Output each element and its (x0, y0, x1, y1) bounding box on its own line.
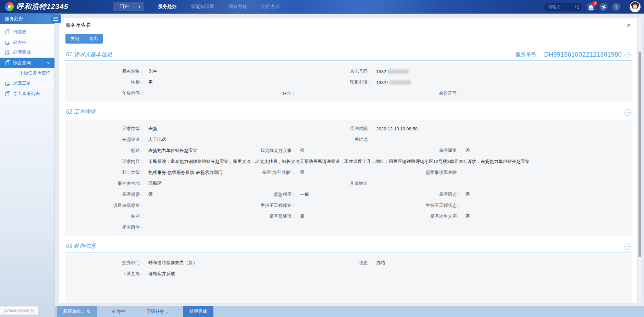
field-label: 交办部门： (65, 260, 148, 266)
sidebar-item-label: 下级任务单查询 (19, 70, 50, 76)
field-label: 我为群众办实事： (254, 148, 300, 154)
topbar: 呼和浩特12345 门户 ▾ 服务处办智能知识库绩效考核协同办公 9 ? (0, 0, 644, 14)
field-cell: 诉求类型：表扬 (65, 126, 320, 132)
sidebar-item[interactable]: 处办中 (0, 37, 54, 47)
caret-down-icon[interactable]: ▾ (135, 2, 144, 11)
section-body: 交办部门：呼和浩特富泰热力（新）状态：办结下派意见：请核实并反馈 (65, 254, 632, 303)
section-body: 诉求类型：表扬受理时间：2022-12-13 10:08:58来源渠道：人工电话… (65, 120, 632, 236)
close-button[interactable]: 关闭 (65, 34, 84, 44)
portal-menu-button[interactable]: 门户 ▾ (113, 2, 144, 11)
redacted-value (390, 80, 411, 85)
sidebar-item[interactable]: 下级任务单查询 (0, 68, 54, 78)
field-label: 来源渠道： (65, 137, 148, 143)
statusbar-link-hint: javascript:void(0) (0, 306, 38, 315)
close-icon[interactable]: × (627, 22, 631, 28)
scrollbar-thumb[interactable] (639, 51, 641, 257)
scrollbar-track[interactable] (639, 18, 641, 303)
field-label: 下派意见： (65, 271, 148, 277)
sidebar-collapse-button[interactable] (51, 14, 61, 23)
topbar-search[interactable] (544, 3, 582, 11)
field-value: 先生 (148, 68, 157, 74)
notifications-button[interactable]: 9 (587, 3, 595, 11)
sidebar-item[interactable]: 导出查看列表 (0, 89, 54, 99)
sidebar-item[interactable]: 退回工单 (0, 78, 54, 89)
field-label: 是否次生灾害： (405, 213, 466, 220)
collapse-section-icon[interactable] (624, 244, 631, 250)
sidebar-item-label: 综合查询 (13, 60, 31, 66)
field-value: 是 (300, 213, 305, 220)
user-avatar[interactable] (630, 1, 641, 12)
document-icon (5, 40, 10, 45)
footer-tab[interactable]: 处理完成 (183, 306, 213, 317)
collapse-section-icon[interactable] (624, 109, 631, 116)
field-value: 办结 (376, 260, 385, 266)
field-label: 是否“办不成事”： (254, 169, 300, 176)
field-label: 诉求类型： (65, 126, 148, 132)
field-value: 否 (466, 213, 470, 220)
search-input[interactable] (548, 4, 575, 9)
field-cell: 紧急程度：一般 (254, 191, 405, 198)
field-label: 事件发生地： (65, 180, 148, 187)
field-cell: 是否普通话：是 (254, 213, 405, 220)
footer-tab[interactable]: 基层单位...↻ (57, 306, 97, 317)
export-button[interactable]: 导出 (84, 34, 103, 44)
footer-tab[interactable]: 处办中 (106, 306, 132, 317)
field-label: 项目审批标签： (65, 202, 148, 209)
field-value: 否 (300, 148, 305, 154)
field-value: 市民反映：富泰热力钢铁路站站长赵宝荣，家里太冷，老太太独居，站长大冷天帮助居民清… (148, 158, 530, 165)
field-value: 1332 (376, 69, 386, 74)
field-label: 半拉子工程标签： (254, 202, 300, 209)
nav-item[interactable]: 智能知识库 (191, 3, 214, 10)
field-row: 诉求内容：市民反映：富泰热力钢铁路站站长赵宝荣，家里太冷，老太太独居，站长大冷天… (65, 156, 632, 167)
help-button[interactable]: ? (612, 3, 620, 11)
navigation-button[interactable] (599, 3, 608, 11)
field-value: 否 (466, 148, 470, 154)
field-row: 归口类型：热线事务-热线服务反馈-表扬承办部门是否“办不成事”：否需要事项库关联… (65, 167, 632, 178)
field-cell: 半拉子工程状态： (405, 202, 632, 209)
section-02: 02 工单详情诉求类型：表扬受理时间：2022-12-13 10:08:58来源… (65, 106, 632, 236)
field-row: 标题：表扬热力单位站长赵宝荣我为群众办实事：否是否重复：否 (65, 145, 632, 156)
sidebar-header: 服务处办 (0, 14, 54, 24)
menu-lines-icon (53, 19, 58, 19)
toolbar: 关闭 导出 (59, 32, 637, 47)
nav-item[interactable]: 服务处办 (158, 3, 176, 10)
sidebar-item[interactable]: 待签收 (0, 27, 54, 37)
field-row: 性别：男联系电话：13327 (65, 77, 632, 88)
sidebar-item[interactable]: 综合查询 (0, 58, 54, 68)
nav-item[interactable]: 协同办公 (261, 3, 280, 10)
field-cell: 具体地址： (320, 180, 632, 187)
collapse-section-icon[interactable] (624, 52, 631, 58)
field-cell: 归口类型：热线事务-热线服务反馈-表扬承办部门 (65, 169, 254, 176)
field-value: 13327 (376, 80, 388, 85)
sidebar-item[interactable]: 处理完成 (0, 47, 54, 58)
field-cell: 诉求内容：市民反映：富泰热力钢铁路站站长赵宝荣，家里太冷，老太太独居，站长大冷天… (65, 158, 632, 165)
field-label: 归口类型： (65, 169, 148, 176)
footer-tab-label: 下级任务... (147, 308, 168, 315)
refresh-icon[interactable]: ↻ (87, 309, 91, 314)
field-label: 需要事项库关联： (405, 169, 466, 176)
field-row: 来源渠道：人工电话关键词： (65, 134, 632, 145)
field-cell: 是否“办不成事”：否 (254, 169, 405, 176)
section-header-right (624, 244, 631, 250)
field-value: 回民区 (148, 180, 162, 187)
order-no-label: 服务单号： (516, 51, 541, 58)
field-label: 住址： (254, 90, 300, 96)
portal-menu-label: 门户 (113, 2, 135, 11)
field-label: 性别： (65, 79, 148, 85)
field-cell: 住址： (254, 90, 405, 96)
field-cell: 身份证号： (405, 90, 632, 96)
section-title: 01 诉求人基本信息 (66, 51, 112, 58)
field-label: 半拉子工程状态： (405, 202, 466, 209)
sidebar-item-label: 待签收 (13, 29, 26, 35)
field-value: 表扬热力单位站长赵宝荣 (148, 148, 197, 154)
field-label: 联系电话： (320, 79, 376, 85)
sidebar-item-label: 导出查看列表 (13, 91, 40, 97)
field-label: 是否保密： (65, 191, 148, 198)
search-icon[interactable] (575, 4, 580, 9)
document-icon (5, 91, 10, 96)
field-row: 事件发生地：回民区具体地址： (65, 178, 632, 189)
field-cell: 下派意见：请核实并反馈 (65, 271, 632, 277)
footer-tab[interactable]: 下级任务... (140, 306, 174, 317)
nav-item[interactable]: 绩效考核 (228, 3, 247, 10)
field-cell: 备注： (65, 213, 254, 220)
